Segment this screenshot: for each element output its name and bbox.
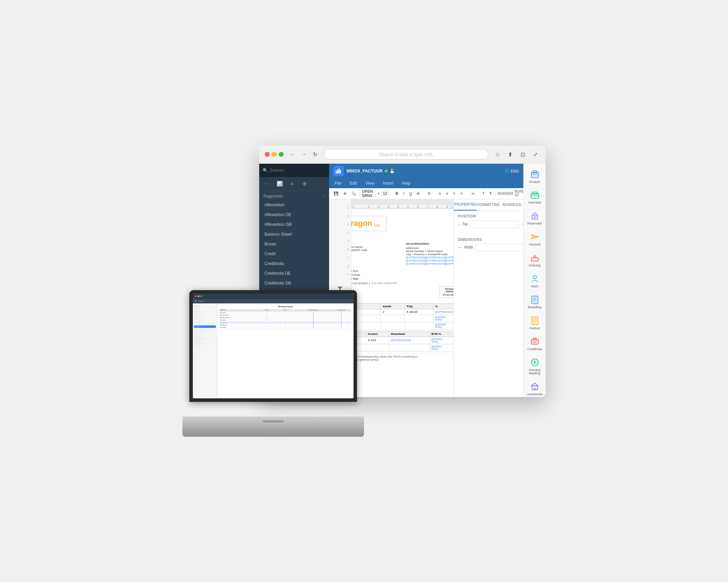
- document-page[interactable]: Paragon ERP F [EXPRESSION] Street Number…: [351, 209, 453, 397]
- sidebar-item-afleverbon[interactable]: Afleverbon: [259, 200, 329, 210]
- font-name-selector[interactable]: OPEN SANS: [359, 189, 375, 198]
- toolbar-add-btn[interactable]: ⊕: [342, 191, 348, 197]
- address-block: [EXPRESSION] Street Number + Street Name…: [351, 242, 453, 265]
- align-center-button[interactable]: ≡: [444, 191, 450, 196]
- position-row: ↓ Top → Left: [458, 220, 519, 228]
- underline-button[interactable]: U: [407, 191, 414, 196]
- align-left-button[interactable]: ≡: [437, 191, 443, 196]
- bold-button[interactable]: B: [394, 191, 400, 196]
- sidebar-item-creditnota-de[interactable]: Creditnota DE: [259, 268, 329, 278]
- invoice-date-cell: FactuurDatum 15.10.2019: [439, 286, 453, 298]
- close-button[interactable]: [265, 152, 270, 157]
- browser-actions: ☆ ⬆ ⊡ ⤢: [493, 149, 540, 159]
- doc-language[interactable]: 🌐 ENG: [504, 169, 519, 173]
- paragraph-button[interactable]: ¶: [488, 191, 493, 196]
- search-input[interactable]: [270, 168, 326, 173]
- svg-point-45: [534, 255, 535, 256]
- table-row: This is freeflow Text [EXPRESSION]: [351, 322, 453, 329]
- reload-button[interactable]: ↻: [310, 149, 320, 159]
- sidebar-item-afleverbon-de[interactable]: Afleverbon DE: [259, 210, 329, 220]
- laptop-top-bar: [193, 294, 354, 299]
- sidebar-item-creditnota-gb[interactable]: Creditnota GB: [259, 278, 329, 288]
- toolbar-save-btn[interactable]: 💾: [332, 191, 340, 197]
- fullscreen-button[interactable]: ⤢: [530, 149, 540, 159]
- rail-item-verzend[interactable]: Verzend: [525, 229, 545, 249]
- sidebar-item-afleverbon-gb[interactable]: Afleverbon GB: [259, 220, 329, 229]
- leverancier-icon: [529, 381, 540, 392]
- menu-edit[interactable]: Edit: [348, 180, 358, 186]
- doc-canvas-wrapper[interactable]: 1 2 3 4 5 6 7 8 9 10 11 12 13: [351, 199, 453, 397]
- font-size-arrow: ◄: [377, 192, 380, 195]
- sidebar-item-balance-sheet[interactable]: Balance Sheet: [259, 229, 329, 239]
- sidebar-item-credit[interactable]: Credit: [259, 249, 329, 259]
- chart-icon[interactable]: 📊: [275, 179, 284, 189]
- toolbar-search-btn[interactable]: 🔍: [350, 191, 358, 197]
- menu-help[interactable]: Help: [400, 180, 412, 186]
- table-row: € 5,05 € 4,04 [EXPRESSION] [EXPRESSION] …: [351, 337, 453, 344]
- indent-button[interactable]: ⇥: [469, 191, 476, 197]
- svg-rect-2: [338, 169, 340, 174]
- rail-item-voorraad[interactable]: Voorraad: [525, 187, 545, 207]
- add-button[interactable]: ⊕: [300, 179, 310, 189]
- list-icon[interactable]: ≡: [287, 179, 297, 189]
- menu-file[interactable]: File: [333, 180, 343, 186]
- forward-button[interactable]: →: [299, 149, 309, 159]
- maximize-button[interactable]: [279, 152, 284, 157]
- share-button[interactable]: ⬆: [505, 149, 515, 159]
- address-bar[interactable]: Search in web or type URL: [324, 149, 488, 160]
- menu-insert[interactable]: Insert: [381, 180, 395, 186]
- text-style-button[interactable]: T: [481, 191, 487, 196]
- sidebar-item-creditnota[interactable]: Creditnota: [259, 259, 329, 268]
- tab-formatting[interactable]: FORMATTING: [477, 199, 500, 211]
- sidebar-item-boxes[interactable]: Boxes: [259, 239, 329, 249]
- email-row: Email This is freeflow Text: [351, 270, 453, 273]
- menu-view[interactable]: View: [364, 180, 376, 186]
- italic-button[interactable]: I: [401, 191, 406, 196]
- svg-rect-63: [534, 388, 536, 390]
- tabs-button[interactable]: ⊡: [518, 149, 527, 159]
- rail-item-bestelling[interactable]: Bestelling: [525, 292, 545, 311]
- laptop-maximize: [201, 295, 202, 297]
- rail-item-creditnota[interactable]: Creditnota: [525, 334, 545, 353]
- ruler-horizontal: 1 2 3 4 5 6 7 8 9 10 11 12 13: [354, 205, 451, 209]
- rail-item-product[interactable]: Product: [525, 167, 545, 186]
- svg-text:€: €: [533, 360, 536, 364]
- rail-item-klant[interactable]: Klant: [525, 271, 545, 290]
- svg-marker-62: [531, 383, 538, 386]
- klant-rail-label: Klant: [531, 285, 538, 288]
- font-size-input[interactable]: 12: [381, 191, 389, 196]
- laptop-screen: 🔍 Zoeken Rapporten ↑ Afleverbon Afleverb…: [193, 294, 354, 398]
- rail-item-ontvang-betaling[interactable]: € Ontvang Betaling: [525, 355, 545, 378]
- text-color-button[interactable]: A: [426, 191, 432, 196]
- doc-title-info: MINOX_FACTUUR 💾: [347, 169, 395, 174]
- back-button[interactable]: ←: [288, 149, 298, 159]
- rail-item-reserveer[interactable]: Reserveer: [525, 208, 545, 228]
- laptop: 🔍 Zoeken Rapporten ↑ Afleverbon Afleverb…: [182, 290, 364, 437]
- row-num-1: 1: [329, 206, 351, 213]
- width-input[interactable]: [475, 244, 523, 251]
- align-justify-button[interactable]: ≡: [458, 191, 464, 196]
- tab-advanced[interactable]: ADVANCED: [500, 199, 523, 211]
- svg-rect-1: [337, 170, 338, 174]
- rail-item-leverancier[interactable]: Leverancier: [525, 379, 545, 397]
- strikethrough-button[interactable]: S: [415, 191, 421, 196]
- browser-chrome: ← → ↻ Search in web or type URL ☆ ⬆ ⊡ ⤢: [259, 146, 546, 164]
- row-num-5: 5: [329, 239, 351, 246]
- rail-item-ontvang[interactable]: Ontvang: [525, 250, 545, 270]
- svg-rect-0: [336, 171, 337, 174]
- minimize-button[interactable]: [272, 152, 277, 157]
- back-nav-button[interactable]: ←: [262, 179, 272, 189]
- pos-top-input[interactable]: [470, 220, 519, 228]
- totals-table: Factuurkorting Kosten Belastbaar BTW % B…: [351, 331, 453, 352]
- svg-rect-44: [531, 258, 538, 261]
- search-icon: 🔍: [263, 168, 268, 173]
- address-bar-text: Search in web or type URL: [379, 152, 433, 157]
- rail-item-factuur[interactable]: € Factuur: [525, 313, 545, 332]
- bookmark-button[interactable]: ☆: [493, 149, 502, 159]
- align-right-button[interactable]: ≡: [451, 191, 457, 196]
- tab-properties[interactable]: PROPERTIES: [454, 199, 477, 211]
- voorraad-icon: [529, 189, 540, 200]
- verzend-rail-label: Verzend: [529, 243, 540, 246]
- row-num-3: 3: [329, 222, 351, 229]
- factuur-icon: €: [529, 315, 540, 326]
